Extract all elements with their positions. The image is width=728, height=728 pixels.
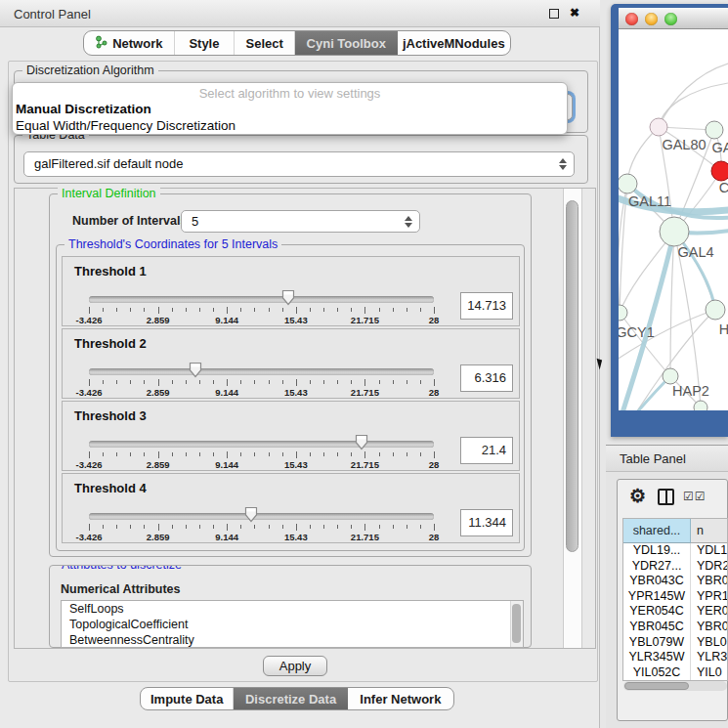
slider-tick	[364, 451, 365, 458]
network-edge[interactable]	[659, 83, 728, 127]
table-rows: YDL19...YDL1YDR27...YDR2YBR043CYBR0YPR14…	[623, 543, 728, 680]
tab-cyni-toolbox[interactable]: Cyni Toolbox	[295, 31, 398, 55]
network-edge[interactable]	[659, 64, 728, 127]
column-header-shared-name[interactable]: shared...	[623, 519, 691, 543]
slider-tick	[158, 451, 159, 458]
slider-tick	[213, 452, 214, 456]
slider-tick-label: 21.715	[351, 532, 379, 542]
table-row[interactable]: YER054CYER0	[623, 604, 728, 620]
network-node-c[interactable]	[711, 161, 728, 181]
attributes-scrollbar-thumb[interactable]	[512, 604, 521, 643]
network-node-h[interactable]	[706, 300, 725, 320]
slider-tick	[199, 525, 200, 529]
close-traffic-light-icon[interactable]	[625, 13, 638, 25]
zoom-traffic-light-icon[interactable]	[664, 13, 677, 25]
table-row[interactable]: YIL052CYIL0	[623, 665, 728, 681]
network-node-label: GA	[712, 140, 728, 155]
table-row[interactable]: YBR043CYBR0	[623, 574, 728, 589]
slider-tick-label: 15.43	[284, 532, 308, 542]
threshold-value-field[interactable]: 11.344	[460, 509, 513, 536]
tab-discretize-data[interactable]: Discretize Data	[234, 688, 347, 709]
slider-track[interactable]	[89, 368, 434, 375]
slider-tick	[310, 380, 311, 384]
slider-track[interactable]	[89, 296, 434, 303]
slider-handle[interactable]	[355, 434, 368, 450]
apply-button[interactable]: Apply	[263, 656, 327, 676]
network-canvas[interactable]: GAL80GACGAL11GAL4GCY1HHAP2	[619, 29, 728, 410]
threshold-label: Threshold 4	[74, 481, 147, 495]
network-node[interactable]	[694, 401, 707, 410]
threshold-label: Threshold 2	[74, 336, 147, 351]
slider-tick	[296, 307, 297, 314]
attribute-list-item[interactable]: TopologicalCoefficient	[62, 617, 523, 632]
checkbox-columns-icon[interactable]: ☑☑	[683, 490, 707, 503]
slider-tick	[254, 525, 255, 529]
network-node-gal11[interactable]	[619, 174, 637, 193]
slider-tick	[310, 308, 311, 312]
network-node-ga[interactable]	[706, 121, 723, 139]
tab-network[interactable]: Network	[84, 31, 175, 55]
table-row[interactable]: YLR345WYLR3	[623, 650, 728, 665]
popup-option[interactable]: Manual Discretization	[16, 102, 151, 116]
slider-tick	[420, 525, 421, 529]
tab-label: Infer Network	[360, 692, 441, 707]
slider-tick	[158, 379, 159, 386]
column-header-name[interactable]: n	[691, 519, 728, 543]
slider-tick	[227, 524, 228, 531]
table-row[interactable]: YDR27...YDR2	[623, 559, 728, 575]
threshold-label: Threshold 3	[74, 408, 147, 423]
split-panel-icon[interactable]	[658, 489, 674, 505]
slider-tick	[310, 452, 311, 456]
slider-handle[interactable]	[281, 289, 295, 306]
tab-infer-network[interactable]: Infer Network	[348, 688, 453, 709]
network-edge[interactable]	[619, 232, 674, 410]
network-node-gal80[interactable]	[650, 118, 667, 136]
tab-label: Cyni Toolbox	[307, 36, 386, 51]
slider-tick	[282, 308, 283, 312]
table-cell: YDL1	[691, 543, 728, 559]
numerical-attributes-list[interactable]: SelfLoopsTopologicalCoefficientBetweenne…	[61, 600, 524, 648]
float-window-icon[interactable]	[549, 9, 559, 19]
slider-tick	[282, 452, 283, 456]
attributes-group-title: Attributes to discretize	[58, 565, 186, 572]
network-node-gcy1[interactable]	[619, 305, 627, 321]
slider-handle[interactable]	[189, 362, 202, 378]
slider-tick-label: 2.859	[147, 387, 170, 398]
network-graph[interactable]: GAL80GACGAL11GAL4GCY1HHAP2	[619, 29, 728, 410]
slider-tick-label: 21.715	[351, 387, 379, 398]
vertical-scrollbar-thumb[interactable]	[566, 200, 578, 552]
slider-tick	[434, 524, 435, 531]
slider-track[interactable]	[89, 441, 434, 448]
top-tab-bar: NetworkStyleSelectCyni ToolboxjActiveMNo…	[83, 30, 511, 56]
tab-style[interactable]: Style	[175, 31, 236, 55]
tab-jactivemnodules[interactable]: jActiveMNodules	[398, 31, 510, 55]
number-of-intervals-combobox[interactable]: 5	[181, 210, 420, 233]
table-row[interactable]: YDL19...YDL1	[623, 543, 728, 559]
network-node-hap2[interactable]	[663, 368, 678, 384]
table-cell: YLR345W	[623, 650, 691, 665]
minimize-traffic-light-icon[interactable]	[645, 13, 658, 25]
slider-tick	[393, 308, 394, 312]
close-icon[interactable]: ✖	[570, 6, 579, 20]
table-hscrollbar-thumb[interactable]	[624, 682, 689, 690]
slider-track[interactable]	[89, 513, 434, 520]
slider-handle[interactable]	[244, 506, 258, 523]
threshold-value-field[interactable]: 21.4	[460, 437, 513, 464]
network-window-titlebar[interactable]	[619, 8, 728, 29]
attribute-list-item[interactable]: SelfLoops	[62, 601, 523, 617]
table-row[interactable]: YPR145WYPR1	[623, 589, 728, 605]
threshold-label: Threshold 1	[74, 264, 147, 278]
attribute-list-item[interactable]: BetweennessCentrality	[62, 632, 523, 648]
tab-impute-data[interactable]: Impute Data	[141, 688, 234, 709]
table-row[interactable]: YBL079WYBL0	[623, 635, 728, 651]
tab-select[interactable]: Select	[235, 31, 295, 55]
threshold-value-field[interactable]: 6.316	[460, 364, 513, 392]
slider-tick	[213, 380, 214, 384]
table-row[interactable]: YBR045CYBR0	[623, 620, 728, 635]
table-data-combobox[interactable]: galFiltered.sif default node	[23, 151, 575, 177]
popup-option[interactable]: Equal Width/Frequency Discretization	[16, 118, 236, 133]
gear-icon[interactable]: ⚙	[629, 485, 646, 507]
network-node-gal4[interactable]	[660, 217, 689, 246]
slider-tick	[364, 379, 365, 386]
threshold-value-field[interactable]: 14.713	[460, 292, 513, 320]
